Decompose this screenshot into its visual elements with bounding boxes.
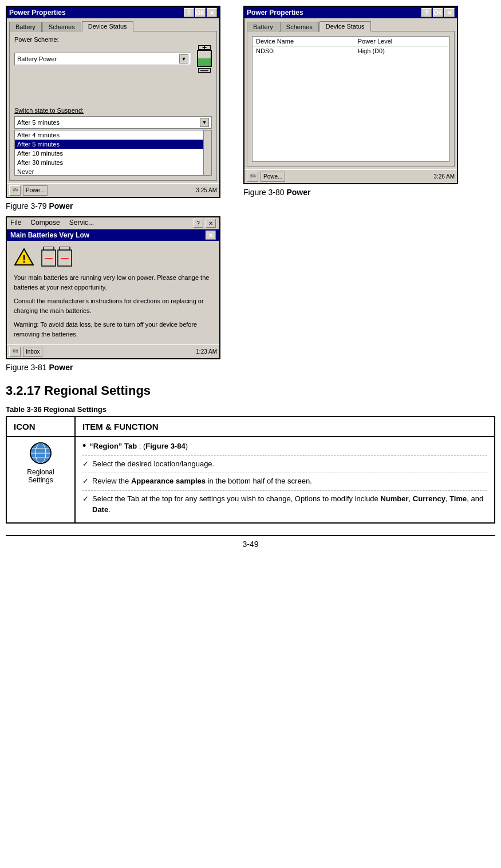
tab-battery-79[interactable]: Battery xyxy=(9,22,42,32)
taskbar-time-80: 3:26 AM xyxy=(433,173,455,180)
titlebar-80-buttons: ? OK ✕ xyxy=(421,8,455,17)
caption-80-label: Power xyxy=(286,188,310,197)
listbox-container-79: After 4 minutes After 5 minutes After 10… xyxy=(14,130,212,176)
caption-81-label: Power xyxy=(49,363,73,372)
tab-schemes-80[interactable]: Schemes xyxy=(280,22,319,32)
tabs-80: Battery Schemes Device Status xyxy=(244,18,457,31)
close-button-81[interactable]: ✕ xyxy=(206,219,216,228)
figure-81-dialog[interactable]: File Compose Servic... ? ✕ Main Batterie… xyxy=(6,216,220,359)
list-item-bullet-0: • “Region” Tab : (Figure 3-84) xyxy=(82,441,487,452)
taskbar-right-79: 3:25 AM xyxy=(196,187,217,193)
spacer-79 xyxy=(14,78,212,107)
close-button-80[interactable]: ✕ xyxy=(444,8,455,17)
caption-80: Figure 3-80 Power xyxy=(243,188,311,197)
help-button-80[interactable]: ? xyxy=(421,8,432,17)
start-button-81[interactable]: 🏁 xyxy=(9,347,21,357)
icon-cell: RegionalSettings xyxy=(6,437,75,523)
start-button-79[interactable]: 🏁 xyxy=(9,185,21,196)
list-item-3[interactable]: After 30 minutes xyxy=(15,158,211,167)
close-button-79[interactable]: ✕ xyxy=(207,8,217,17)
taskbar-right-81: 1:23 AM xyxy=(196,348,217,355)
svg-rect-2 xyxy=(44,247,54,250)
battery1-svg: — xyxy=(41,247,56,267)
scheme-dropdown-79[interactable]: Battery Power ▼ xyxy=(14,53,191,65)
scheme-dropdown-row-79: Battery Power ▼ + — xyxy=(14,45,212,73)
alert-para3: Warning: To avoid data loss, be sure to … xyxy=(14,320,212,339)
figure-80-dialog[interactable]: Power Properties ? OK ✕ Battery Schemes … xyxy=(243,6,458,184)
alert-content-81: ! — — xyxy=(7,241,219,344)
taskbar-time-81: 1:23 AM xyxy=(196,348,217,355)
listbox-scrollbar-79[interactable] xyxy=(203,130,211,175)
tab-device-status-79[interactable]: Device Status xyxy=(82,21,133,31)
taskbar-79: 🏁 Powe... 3:25 AM xyxy=(7,183,219,197)
caption-79: Figure 3-79 Power xyxy=(6,201,73,211)
tab-schemes-79[interactable]: Schemes xyxy=(42,22,81,32)
listbox-79[interactable]: After 4 minutes After 5 minutes After 10… xyxy=(14,130,212,176)
help-button-81[interactable]: ? xyxy=(193,219,203,228)
table-caption-row: Table 3-36 Regional Settings xyxy=(6,405,495,414)
titlebar-80: Power Properties ? OK ✕ xyxy=(244,7,457,18)
divider-3 xyxy=(82,490,487,491)
col1-heading: ICON xyxy=(6,417,75,437)
check-list: ✓ Select the desired location/language. … xyxy=(82,458,487,516)
caption-81: Figure 3-81 Power xyxy=(6,363,73,372)
check-text-2: Select the Tab at the top for any settin… xyxy=(92,493,487,516)
taskbar-right-80: 3:26 AM xyxy=(433,173,455,180)
bold-region: “Region” Tab xyxy=(89,442,137,450)
table-caption-num: Table 3-36 xyxy=(6,405,42,414)
titlebar-79-buttons: ? OK ✕ xyxy=(184,8,217,17)
content-table: ICON ITEM & FUNCTION RegionalSettings xyxy=(6,416,495,524)
figure-81-col: File Compose Servic... ? ✕ Main Batterie… xyxy=(6,216,495,372)
help-button-79[interactable]: ? xyxy=(184,8,194,17)
alert-para1: Your main batteries are running very low… xyxy=(14,273,212,292)
ok-button-80[interactable]: OK xyxy=(433,8,443,17)
section-number: 3.2.17 xyxy=(6,383,41,398)
taskbar-inbox-81[interactable]: Inbox xyxy=(23,347,42,357)
suspend-dropdown-79[interactable]: After 5 minutes ▼ xyxy=(14,116,212,129)
ok-button-79[interactable]: OK xyxy=(195,8,206,17)
check-item-0: ✓ Select the desired location/language. xyxy=(82,458,487,470)
check-mark-1: ✓ xyxy=(82,475,89,487)
warning-icon: ! xyxy=(14,247,34,267)
taskbar-powe-80[interactable]: Powe... xyxy=(261,172,285,182)
taskbar-powe-79[interactable]: Powe... xyxy=(23,185,48,196)
check-mark-0: ✓ xyxy=(82,458,89,470)
list-item-2[interactable]: After 10 minutes xyxy=(15,149,211,158)
caption-79-label: Power xyxy=(49,201,73,211)
globe-icon xyxy=(28,441,53,466)
dropdown-arrow-79[interactable]: ▼ xyxy=(179,54,188,64)
figure-79-dialog[interactable]: Power Properties ? OK ✕ Battery Schemes … xyxy=(6,6,220,198)
titlebar-79: Power Properties ? OK ✕ xyxy=(7,7,219,18)
warning-svg: ! xyxy=(14,247,34,267)
table-caption-label: Regional Settings xyxy=(44,405,106,414)
start-button-80[interactable]: 🏁 xyxy=(247,172,258,182)
section-heading: 3.2.17 Regional Settings xyxy=(6,383,495,398)
col2-heading: ITEM & FUNCTION xyxy=(75,417,495,437)
col1-header: Device Name xyxy=(253,37,354,46)
taskbar-80: 🏁 Powe... 3:26 AM xyxy=(244,169,457,183)
tab-device-status-80[interactable]: Device Status xyxy=(319,21,371,31)
suspend-label-79: Switch state to Suspend: xyxy=(14,107,212,114)
scheme-value-79: Battery Power xyxy=(17,56,57,62)
list-item-4[interactable]: Never xyxy=(15,167,211,176)
device-name-1: NDS0: xyxy=(253,46,354,56)
tab-battery-80[interactable]: Battery xyxy=(247,22,279,32)
taskbar-81: 🏁 Inbox 1:23 AM xyxy=(7,344,219,358)
menu-file[interactable]: File xyxy=(10,219,21,228)
bold-fig384: Figure 3-84 xyxy=(145,442,185,450)
taskbar-time-79: 3:25 AM xyxy=(196,187,217,193)
suspend-arrow-79[interactable]: ▼ xyxy=(200,118,209,127)
tabs-79: Battery Schemes Device Status xyxy=(7,18,219,31)
menu-servic[interactable]: Servic... xyxy=(69,219,94,228)
battery-minus-icon: — xyxy=(198,68,211,73)
menu-compose[interactable]: Compose xyxy=(30,219,60,228)
list-item-1[interactable]: After 5 minutes xyxy=(15,140,211,149)
divider-2 xyxy=(82,473,487,473)
battery-icons-79: + — xyxy=(197,45,212,73)
figure-79-col: Power Properties ? OK ✕ Battery Schemes … xyxy=(6,6,220,211)
alert-close-81[interactable]: ✕ xyxy=(206,231,216,240)
table-row: RegionalSettings • “Region” Tab : (Figur… xyxy=(6,437,495,523)
svg-text:!: ! xyxy=(22,253,26,265)
function-cell: • “Region” Tab : (Figure 3-84) ✓ Select … xyxy=(75,437,495,523)
list-item-0[interactable]: After 4 minutes xyxy=(15,130,211,140)
